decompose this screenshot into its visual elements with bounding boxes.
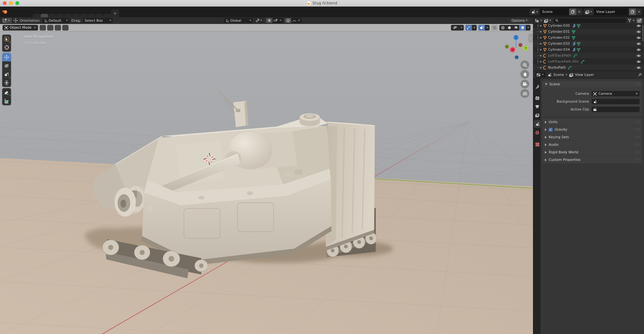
hide-in-viewport-eye-icon[interactable] xyxy=(636,30,641,33)
zoom-button[interactable] xyxy=(520,61,529,69)
expand-icon[interactable] xyxy=(540,49,542,51)
workspace-tab[interactable] xyxy=(48,14,56,17)
tab-render[interactable] xyxy=(534,94,540,102)
workspace-tab[interactable] xyxy=(72,14,80,17)
tool-move[interactable] xyxy=(2,53,11,61)
outliner-scrollbar[interactable] xyxy=(642,25,643,41)
pan-button[interactable] xyxy=(520,70,529,79)
viewport-menu-item[interactable] xyxy=(55,25,61,30)
viewport-menu-item[interactable] xyxy=(47,25,54,30)
workspace-tab[interactable] xyxy=(96,14,103,17)
workspace-tab[interactable] xyxy=(56,14,64,17)
tool-annotate[interactable] xyxy=(2,88,11,97)
tool-measure[interactable] xyxy=(2,97,11,105)
collapsed-panel[interactable]: Custom Properties ∷∷ xyxy=(542,156,642,163)
camera-field[interactable]: Camera ✕ xyxy=(592,91,640,96)
outliner-row[interactable]: LeftTrackPath xyxy=(533,53,644,59)
outliner-search-input[interactable] xyxy=(553,18,627,23)
scene-selector[interactable]: Scene ✕ xyxy=(530,9,582,15)
tab-texture[interactable] xyxy=(534,140,540,148)
panel-drag-dots[interactable]: ∷∷ xyxy=(636,143,640,146)
modifier-wrench-icon[interactable] xyxy=(572,48,576,52)
camera-view-button[interactable] xyxy=(520,80,529,89)
curve-data-icon[interactable] xyxy=(573,54,577,58)
remove-view-layer-button[interactable]: ✕ xyxy=(636,9,642,15)
navigation-gizmo[interactable]: Z X Y xyxy=(499,32,533,63)
expand-icon[interactable] xyxy=(540,61,542,63)
shading-material-button[interactable] xyxy=(512,25,519,30)
workspace-tab[interactable] xyxy=(104,14,111,17)
outliner-filter-type-dropdown[interactable] xyxy=(544,19,552,23)
expand-icon[interactable] xyxy=(540,25,542,27)
modifier-wrench-icon[interactable] xyxy=(572,24,576,28)
hide-in-viewport-eye-icon[interactable] xyxy=(636,48,641,51)
blender-logo-icon[interactable] xyxy=(1,9,8,15)
gravity-checkbox[interactable]: ✓ xyxy=(549,128,552,131)
breadcrumb-scene[interactable]: Scene xyxy=(554,73,564,77)
tool-select-box[interactable] xyxy=(2,35,11,43)
proportional-editing-toggle[interactable] xyxy=(285,18,291,23)
new-view-layer-button[interactable] xyxy=(629,9,636,15)
outliner-filter-dropdown[interactable] xyxy=(628,19,636,22)
view-layer-selector[interactable]: View Layer ✕ xyxy=(584,9,642,15)
hide-in-viewport-eye-icon[interactable] xyxy=(636,60,641,63)
expand-icon[interactable] xyxy=(540,55,542,57)
collapsed-panel[interactable]: Rigid Body World ∷∷ xyxy=(542,149,642,156)
background-scene-field[interactable] xyxy=(592,99,640,104)
outliner-display-mode-dropdown[interactable] xyxy=(535,19,543,23)
panel-drag-dots[interactable]: ∷∷ xyxy=(636,136,640,139)
tab-view-layer[interactable] xyxy=(534,111,540,119)
xray-toggle[interactable] xyxy=(491,25,498,30)
3d-viewport[interactable]: User Perspective (1) Collection xyxy=(0,32,533,334)
hide-in-viewport-eye-icon[interactable] xyxy=(636,36,641,39)
add-workspace-button[interactable]: + xyxy=(111,10,119,17)
panel-drag-dots[interactable]: ∷∷ xyxy=(636,128,640,131)
new-scene-button[interactable] xyxy=(569,9,576,15)
scene-panel-header[interactable]: Scene ∷∷ xyxy=(542,81,642,87)
hide-in-viewport-eye-icon[interactable] xyxy=(636,54,641,57)
outliner-row[interactable]: Cylinder.033 xyxy=(533,41,644,47)
outliner-row[interactable]: Cylinder.030 xyxy=(533,24,644,29)
panel-drag-dots[interactable]: ∷∷ xyxy=(636,151,640,154)
pivot-point-dropdown[interactable] xyxy=(255,18,264,23)
tab-tool[interactable] xyxy=(534,83,540,91)
hide-in-viewport-eye-icon[interactable] xyxy=(636,24,641,27)
outliner-row[interactable]: NurbsPath xyxy=(533,65,644,71)
outliner-row[interactable]: Cylinder.034 xyxy=(533,47,644,53)
new-collection-button[interactable] xyxy=(636,18,642,23)
proportional-falloff-dropdown[interactable] xyxy=(292,18,302,23)
tab-output[interactable] xyxy=(534,103,540,111)
outliner-row[interactable]: Cylinder.032 xyxy=(533,35,644,41)
panel-drag-dots[interactable]: ∷∷ xyxy=(636,83,640,86)
hide-in-viewport-eye-icon[interactable] xyxy=(636,66,641,69)
outliner-row[interactable]: Cylinder.031 xyxy=(533,29,644,35)
modifier-wrench-icon[interactable] xyxy=(572,42,576,46)
panel-drag-dots[interactable]: ∷∷ xyxy=(636,158,640,161)
mesh-data-icon[interactable] xyxy=(577,42,580,46)
active-tool-button[interactable] xyxy=(2,18,12,23)
menu-item[interactable] xyxy=(26,11,31,13)
outliner-row[interactable]: LeftTrackPath.001 xyxy=(533,59,644,65)
expand-icon[interactable] xyxy=(540,67,542,69)
viewport-menu-item[interactable] xyxy=(40,25,46,30)
tab-scene[interactable] xyxy=(534,120,540,128)
mesh-data-icon[interactable] xyxy=(572,36,576,40)
collapsed-panel[interactable]: Units ∷∷ xyxy=(542,118,642,126)
mesh-data-icon[interactable] xyxy=(577,24,580,28)
transform-orientation-dropdown[interactable]: Global xyxy=(224,18,253,23)
hide-in-viewport-eye-icon[interactable] xyxy=(636,42,641,45)
gizmos-toggle[interactable] xyxy=(466,25,477,30)
shading-dropdown[interactable] xyxy=(526,25,530,30)
tool-transform[interactable] xyxy=(2,78,11,87)
tool-cursor[interactable] xyxy=(2,43,11,52)
breadcrumb-view-layer[interactable]: View Layer xyxy=(575,73,594,77)
orientation-dropdown[interactable]: Default xyxy=(42,18,70,23)
collapsed-panel[interactable]: Keying Sets ∷∷ xyxy=(542,133,642,141)
tab-world[interactable] xyxy=(534,129,540,137)
expand-icon[interactable] xyxy=(540,37,542,39)
editor-type-dropdown[interactable] xyxy=(536,72,546,77)
mode-dropdown[interactable]: Object Mode xyxy=(2,25,38,30)
tool-scale[interactable] xyxy=(2,70,11,78)
curve-data-icon[interactable] xyxy=(568,66,572,69)
workspace-tab[interactable] xyxy=(88,14,95,17)
